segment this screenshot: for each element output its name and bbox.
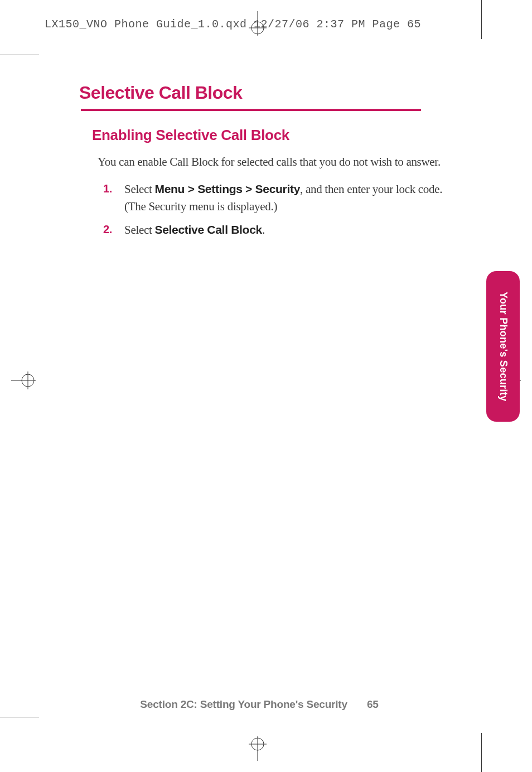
menu-item: Selective Call Block [154, 223, 262, 236]
step-number: 1. [103, 181, 124, 215]
page-footer: Section 2C: Setting Your Phone's Securit… [81, 698, 438, 711]
list-item: 1. Select Menu > Settings > Security, an… [103, 181, 443, 215]
registration-mark-icon [11, 368, 36, 393]
step-text: Select Selective Call Block. [124, 221, 443, 238]
page-number: 65 [367, 698, 379, 710]
crop-mark-icon [481, 0, 482, 39]
heading-rule [81, 109, 421, 111]
intro-paragraph: You can enable Call Block for selected c… [98, 154, 443, 170]
step-text: Select Menu > Settings > Security, and t… [124, 181, 443, 215]
section-tab: Your Phone's Security [486, 271, 520, 422]
menu-path: Menu > Settings > Security [154, 182, 300, 195]
registration-mark-icon [245, 736, 270, 761]
crop-mark-icon [0, 55, 39, 55]
footer-section-label: Section 2C: Setting Your Phone's Securit… [140, 698, 347, 710]
crop-mark-icon [0, 717, 39, 717]
section-tab-label: Your Phone's Security [497, 292, 509, 401]
page-content: Selective Call Block Enabling Selective … [81, 83, 443, 245]
print-slug: LX150_VNO Phone Guide_1.0.qxd 12/27/06 2… [45, 18, 421, 31]
section-heading: Enabling Selective Call Block [92, 127, 443, 144]
step-number: 2. [103, 221, 124, 238]
page-title: Selective Call Block [79, 83, 443, 103]
step-list: 1. Select Menu > Settings > Security, an… [103, 181, 443, 238]
crop-mark-icon [481, 733, 482, 772]
list-item: 2. Select Selective Call Block. [103, 221, 443, 238]
